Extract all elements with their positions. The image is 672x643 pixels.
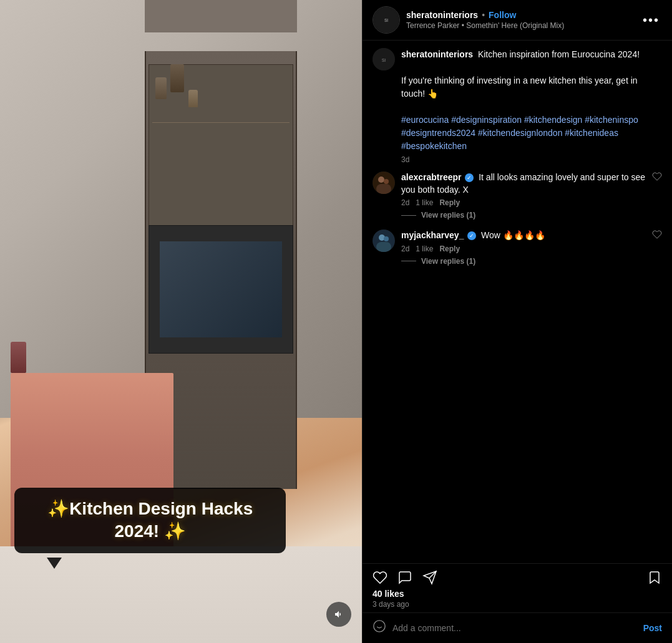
action-icons-row [373, 570, 662, 585]
avatar-logo-svg: SI [375, 9, 397, 31]
vase-decoration-3 [188, 90, 198, 107]
comment-likes-1: 1 like [416, 198, 433, 207]
sound-toggle-button[interactable] [326, 602, 351, 627]
caption-main: Kitchen inspiration from Eurocucina 2024… [478, 49, 640, 59]
heart-icon-2 [652, 230, 662, 239]
music-info: Terrence Parker • Somethin' Here (Origin… [406, 21, 634, 30]
video-panel: ✨Kitchen Design Hacks 2024! ✨ [0, 0, 362, 643]
post-header: SI sheratoninteriors • Follow Terrence P… [363, 0, 672, 41]
follow-button[interactable]: Follow [489, 10, 516, 20]
comment-button[interactable] [397, 570, 412, 585]
comment-content-1: alexcrabtreepr ✓ It all looks amazing lo… [401, 172, 646, 220]
post-comment-button[interactable]: Post [643, 623, 662, 633]
comment-time-1: 2d [401, 198, 409, 207]
view-replies-2[interactable]: View replies (1) [401, 257, 646, 266]
view-replies-line-2 [401, 261, 416, 261]
verified-badge-1: ✓ [465, 173, 474, 182]
like-button[interactable] [373, 570, 387, 585]
comment-reply-button-1[interactable]: Reply [439, 198, 460, 207]
profile-avatar[interactable]: SI [373, 6, 400, 34]
add-comment-bar: Post [363, 612, 672, 643]
actions-bar: 40 likes 3 days ago [363, 563, 672, 612]
svg-point-14 [374, 621, 385, 632]
caption-body-text: If you're thinking of investing in a new… [401, 75, 638, 99]
caption-hashtags: #eurocucina #designinspiration #kitchend… [401, 115, 638, 151]
comment-avatar-2[interactable] [373, 230, 395, 252]
comment-username-1[interactable]: alexcrabtreepr [401, 172, 462, 182]
likes-count: 40 likes [373, 589, 662, 599]
bookmark-button[interactable] [647, 570, 662, 585]
caption-avatar[interactable]: SI [373, 48, 395, 70]
comment-username-2[interactable]: myjackharvey_ [401, 230, 464, 240]
svg-rect-11 [376, 242, 391, 252]
heart-icon-1 [652, 172, 662, 181]
heart-action-icon [373, 570, 387, 585]
svg-point-10 [384, 236, 389, 241]
comment-body-2: Wow 🔥🔥🔥🔥 [481, 230, 545, 240]
caption-avatar-img: SI [373, 48, 395, 70]
caption-time: 3d [401, 155, 662, 164]
right-panel: SI sheratoninteriors • Follow Terrence P… [362, 0, 672, 643]
comment-meta-2: 2d 1 like Reply [401, 244, 646, 253]
view-replies-text-2: View replies (1) [421, 257, 475, 266]
comment-content-2: myjackharvey_ ✓ Wow 🔥🔥🔥🔥 2d 1 like Reply… [401, 230, 646, 266]
more-options-button[interactable]: ••• [640, 13, 662, 27]
svg-text:SI: SI [384, 18, 388, 22]
comment-avatar-1[interactable] [373, 172, 395, 194]
dot-separator: • [482, 10, 485, 20]
comment-item: alexcrabtreepr ✓ It all looks amazing lo… [373, 172, 662, 220]
comment-2-avatar-img [373, 230, 395, 252]
emoji-button[interactable] [373, 619, 386, 637]
comment-meta-1: 2d 1 like Reply [401, 198, 646, 207]
post-caption: SI sheratoninteriors Kitchen inspiration… [373, 48, 662, 164]
view-replies-text-1: View replies (1) [421, 211, 475, 220]
vase-decoration-2 [170, 64, 184, 92]
svg-text:SI: SI [382, 58, 386, 62]
more-dots-icon: ••• [643, 13, 660, 27]
shelf-divider [152, 122, 290, 123]
emoji-icon [373, 619, 386, 633]
comment-likes-2: 1 like [416, 244, 433, 253]
comment-text-1: alexcrabtreepr ✓ It all looks amazing lo… [401, 172, 646, 196]
built-in-screen [149, 225, 293, 354]
small-vase [11, 342, 26, 373]
sound-icon [334, 609, 344, 619]
comment-item-2: myjackharvey_ ✓ Wow 🔥🔥🔥🔥 2d 1 like Reply… [373, 230, 662, 266]
video-title-text: ✨Kitchen Design Hacks 2024! ✨ [29, 498, 271, 543]
bookmark-icon [647, 570, 662, 585]
svg-point-5 [378, 176, 384, 183]
like-comment-button-2[interactable] [652, 230, 662, 266]
post-time: 3 days ago [373, 600, 662, 609]
comment-input-field[interactable] [392, 623, 637, 633]
svg-point-6 [384, 179, 389, 184]
bubble-tail [47, 558, 62, 569]
like-comment-button-1[interactable] [652, 172, 662, 220]
verified-badge-2: ✓ [467, 231, 476, 240]
comments-section[interactable]: SI sheratoninteriors Kitchen inspiration… [363, 41, 672, 563]
caption-text: sheratoninteriors Kitchen inspiration fr… [401, 48, 662, 153]
comment-1-avatar-img [373, 172, 395, 194]
view-replies-1[interactable]: View replies (1) [401, 211, 646, 220]
comment-time-2: 2d [401, 244, 409, 253]
video-title-overlay: ✨Kitchen Design Hacks 2024! ✨ [14, 488, 286, 553]
share-action-icon [422, 570, 437, 585]
cabinet-top [145, 0, 297, 32]
header-info: sheratoninteriors • Follow Terrence Park… [406, 10, 634, 30]
view-replies-line-1 [401, 215, 416, 216]
comment-text-2: myjackharvey_ ✓ Wow 🔥🔥🔥🔥 [401, 230, 646, 242]
comment-action-icon [397, 570, 412, 585]
caption-username[interactable]: sheratoninteriors [401, 49, 473, 59]
caption-body: sheratoninteriors Kitchen inspiration fr… [401, 48, 662, 164]
svg-rect-7 [376, 184, 391, 194]
header-username[interactable]: sheratoninteriors [406, 10, 478, 20]
share-button[interactable] [422, 570, 437, 585]
vase-decoration-1 [155, 77, 167, 99]
comment-reply-button-2[interactable]: Reply [439, 244, 460, 253]
username-row: sheratoninteriors • Follow [406, 10, 634, 20]
